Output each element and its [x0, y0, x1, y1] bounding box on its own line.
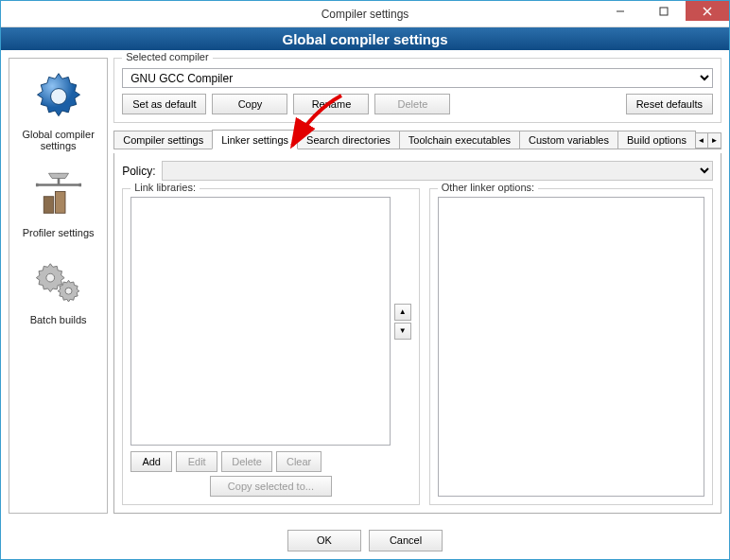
minimize-button[interactable] [599, 1, 642, 21]
svg-point-7 [45, 273, 54, 282]
tab-scroll-right[interactable]: ► [707, 132, 721, 149]
window-controls [599, 1, 729, 21]
selected-compiler-legend: Selected compiler [122, 51, 212, 62]
svg-rect-5 [43, 197, 54, 214]
rename-compiler-button[interactable]: Rename [293, 94, 369, 114]
copy-compiler-button[interactable]: Copy [212, 94, 287, 114]
cancel-button[interactable]: Cancel [369, 530, 443, 551]
reorder-arrows: ▲ ▼ [394, 197, 411, 446]
tab-custom-variables[interactable]: Custom variables [519, 131, 618, 149]
link-libraries-group: Link libraries: ▲ ▼ Add Edit Delete Clea… [122, 188, 419, 505]
clear-libraries-button: Clear [276, 451, 322, 472]
minimize-icon [616, 7, 625, 16]
delete-compiler-button: Delete [374, 94, 450, 114]
titlebar: Compiler settings [1, 1, 729, 27]
sidebar-item-label: Batch builds [11, 314, 105, 325]
svg-point-4 [50, 89, 66, 105]
tab-build-options[interactable]: Build options [617, 131, 696, 149]
sidebar-item-label: Global compiler settings [11, 129, 105, 151]
close-button[interactable] [686, 1, 729, 21]
policy-label: Policy: [122, 165, 155, 178]
svg-point-8 [65, 288, 72, 294]
other-linker-options-group: Other linker options: [429, 188, 713, 505]
reset-defaults-button[interactable]: Reset defaults [626, 94, 713, 114]
add-library-button[interactable]: Add [130, 451, 172, 472]
compiler-button-row: Set as default Copy Rename Delete Reset … [122, 94, 713, 114]
sidebar-item-batch-builds[interactable]: Batch builds [9, 248, 107, 335]
tab-search-directories[interactable]: Search directories [297, 131, 400, 149]
other-options-legend: Other linker options: [438, 182, 538, 193]
gear-icon [30, 68, 87, 125]
sidebar-item-profiler[interactable]: Profiler settings [9, 161, 107, 248]
gears-icon [30, 254, 87, 310]
sidebar-item-global-compiler[interactable]: Global compiler settings [9, 62, 107, 161]
move-up-button[interactable]: ▲ [394, 304, 411, 321]
close-icon [703, 7, 712, 16]
ok-button[interactable]: OK [287, 530, 361, 551]
profiler-icon [30, 166, 87, 223]
tab-toolchain-executables[interactable]: Toolchain executables [399, 131, 520, 149]
dialog-button-bar: OK Cancel [1, 521, 729, 559]
svg-rect-1 [660, 8, 668, 15]
header-band: Global compiler settings [1, 27, 729, 50]
sidebar: Global compiler settings Profiler settin… [9, 58, 108, 514]
linker-columns: Link libraries: ▲ ▼ Add Edit Delete Clea… [122, 188, 713, 505]
maximize-icon [659, 7, 669, 16]
selected-compiler-group: Selected compiler GNU GCC Compiler Set a… [113, 58, 721, 123]
compiler-select[interactable]: GNU GCC Compiler [122, 68, 713, 88]
tab-body: Policy: Link libraries: ▲ ▼ Add E [113, 153, 721, 514]
link-libraries-legend: Link libraries: [130, 182, 200, 193]
tab-scroll-nav: ◄ ► [695, 132, 721, 149]
copy-selected-button: Copy selected to... [210, 476, 332, 497]
svg-rect-6 [55, 192, 65, 214]
sidebar-item-label: Profiler settings [11, 227, 105, 238]
tab-linker-settings[interactable]: Linker settings [212, 130, 298, 149]
link-libraries-list[interactable] [130, 197, 390, 446]
content-area: Global compiler settings Profiler settin… [1, 50, 729, 521]
tab-scroll-left[interactable]: ◄ [694, 132, 708, 149]
main-panel: Selected compiler GNU GCC Compiler Set a… [113, 58, 721, 514]
header-title: Global compiler settings [282, 31, 447, 47]
policy-select[interactable] [162, 161, 713, 181]
tab-compiler-settings[interactable]: Compiler settings [113, 131, 213, 149]
delete-library-button: Delete [221, 451, 272, 472]
policy-row: Policy: [122, 161, 713, 181]
maximize-button[interactable] [642, 1, 686, 21]
other-linker-options-textarea[interactable] [438, 197, 704, 497]
edit-library-button: Edit [176, 451, 217, 472]
set-default-button[interactable]: Set as default [122, 94, 206, 114]
tab-strip: Compiler settings Linker settings Search… [113, 127, 721, 149]
library-button-row: Add Edit Delete Clear [130, 451, 410, 472]
move-down-button[interactable]: ▼ [394, 323, 411, 340]
